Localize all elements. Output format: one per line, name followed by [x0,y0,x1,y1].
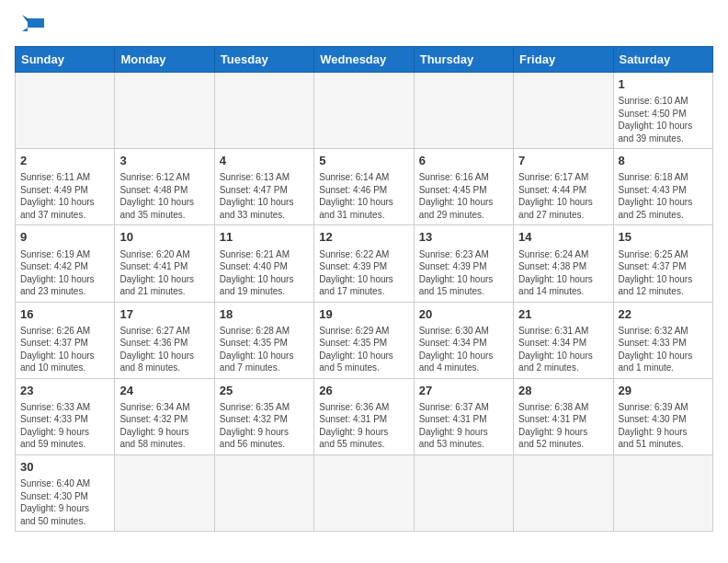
calendar-day-cell [214,454,313,531]
day-number: 29 [619,383,708,399]
calendar-day-cell: 15Sunrise: 6:25 AM Sunset: 4:37 PM Dayli… [613,225,712,302]
day-info: Sunrise: 6:39 AM Sunset: 4:30 PM Dayligh… [619,401,708,451]
day-number: 6 [419,153,508,169]
day-info: Sunrise: 6:13 AM Sunset: 4:47 PM Dayligh… [220,171,309,221]
day-info: Sunrise: 6:23 AM Sunset: 4:39 PM Dayligh… [419,248,508,298]
calendar-day-cell [613,454,712,531]
weekday-header-wednesday: Wednesday [314,47,414,73]
calendar-day-cell: 4Sunrise: 6:13 AM Sunset: 4:47 PM Daylig… [214,149,313,225]
day-info: Sunrise: 6:33 AM Sunset: 4:33 PM Dayligh… [20,401,109,451]
day-info: Sunrise: 6:32 AM Sunset: 4:33 PM Dayligh… [619,325,708,374]
calendar-week-row: 30Sunrise: 6:40 AM Sunset: 4:30 PM Dayli… [16,454,713,531]
day-info: Sunrise: 6:17 AM Sunset: 4:44 PM Dayligh… [518,171,608,221]
calendar-day-cell: 11Sunrise: 6:21 AM Sunset: 4:40 PM Dayli… [214,225,313,302]
calendar-day-cell: 2Sunrise: 6:11 AM Sunset: 4:49 PM Daylig… [16,149,115,225]
calendar-day-cell [414,73,513,149]
day-info: Sunrise: 6:18 AM Sunset: 4:43 PM Dayligh… [619,171,708,221]
day-info: Sunrise: 6:34 AM Sunset: 4:32 PM Dayligh… [119,401,209,451]
calendar-day-cell: 8Sunrise: 6:18 AM Sunset: 4:43 PM Daylig… [613,149,712,225]
calendar-day-cell: 20Sunrise: 6:30 AM Sunset: 4:34 PM Dayli… [414,302,513,378]
svg-marker-2 [22,15,28,22]
day-info: Sunrise: 6:30 AM Sunset: 4:34 PM Dayligh… [419,325,508,374]
calendar-day-cell: 23Sunrise: 6:33 AM Sunset: 4:33 PM Dayli… [16,378,115,454]
calendar-day-cell: 1Sunrise: 6:10 AM Sunset: 4:50 PM Daylig… [613,73,712,149]
day-info: Sunrise: 6:12 AM Sunset: 4:48 PM Dayligh… [119,171,209,221]
day-info: Sunrise: 6:22 AM Sunset: 4:39 PM Dayligh… [319,248,408,298]
day-number: 24 [119,383,209,399]
day-info: Sunrise: 6:25 AM Sunset: 4:37 PM Dayligh… [619,248,708,298]
calendar-table: SundayMondayTuesdayWednesdayThursdayFrid… [15,46,713,532]
weekday-header-row: SundayMondayTuesdayWednesdayThursdayFrid… [16,47,713,73]
calendar-day-cell: 12Sunrise: 6:22 AM Sunset: 4:39 PM Dayli… [314,225,414,302]
weekday-header-thursday: Thursday [414,47,513,73]
logo-icon [18,15,48,37]
day-number: 10 [119,229,209,246]
day-number: 23 [20,383,109,399]
day-info: Sunrise: 6:38 AM Sunset: 4:31 PM Dayligh… [518,401,608,451]
day-info: Sunrise: 6:26 AM Sunset: 4:37 PM Dayligh… [20,325,109,374]
calendar-day-cell: 18Sunrise: 6:28 AM Sunset: 4:35 PM Dayli… [214,302,313,378]
calendar-day-cell: 17Sunrise: 6:27 AM Sunset: 4:36 PM Dayli… [115,302,214,378]
day-info: Sunrise: 6:19 AM Sunset: 4:42 PM Dayligh… [20,248,109,298]
weekday-header-sunday: Sunday [16,47,115,73]
calendar-week-row: 16Sunrise: 6:26 AM Sunset: 4:37 PM Dayli… [16,302,713,378]
calendar-day-cell: 27Sunrise: 6:37 AM Sunset: 4:31 PM Dayli… [414,378,513,454]
calendar-day-cell: 7Sunrise: 6:17 AM Sunset: 4:44 PM Daylig… [514,149,613,225]
weekday-header-tuesday: Tuesday [214,47,313,73]
calendar-day-cell: 28Sunrise: 6:38 AM Sunset: 4:31 PM Dayli… [514,378,613,454]
calendar-day-cell [414,454,513,531]
day-number: 16 [20,306,109,323]
day-number: 1 [619,76,708,93]
calendar-day-cell: 29Sunrise: 6:39 AM Sunset: 4:30 PM Dayli… [613,378,712,454]
day-number: 2 [20,153,109,169]
day-number: 21 [518,306,608,323]
day-number: 15 [619,229,708,246]
day-number: 11 [220,229,309,246]
calendar-week-row: 23Sunrise: 6:33 AM Sunset: 4:33 PM Dayli… [16,378,713,454]
day-number: 12 [319,229,408,246]
day-number: 4 [220,153,309,169]
day-number: 9 [20,229,109,246]
calendar-day-cell [314,73,414,149]
day-info: Sunrise: 6:27 AM Sunset: 4:36 PM Dayligh… [119,325,209,374]
day-info: Sunrise: 6:14 AM Sunset: 4:46 PM Dayligh… [319,171,408,221]
day-number: 17 [119,306,209,323]
day-info: Sunrise: 6:35 AM Sunset: 4:32 PM Dayligh… [220,401,309,451]
calendar-day-cell [214,73,313,149]
calendar-day-cell: 26Sunrise: 6:36 AM Sunset: 4:31 PM Dayli… [314,378,414,454]
day-number: 20 [419,306,508,323]
calendar-day-cell: 9Sunrise: 6:19 AM Sunset: 4:42 PM Daylig… [16,225,115,302]
calendar-day-cell: 19Sunrise: 6:29 AM Sunset: 4:35 PM Dayli… [314,302,414,378]
day-info: Sunrise: 6:28 AM Sunset: 4:35 PM Dayligh… [220,325,309,374]
day-number: 19 [319,306,408,323]
calendar-day-cell [514,73,613,149]
day-info: Sunrise: 6:40 AM Sunset: 4:30 PM Dayligh… [20,477,109,527]
day-number: 30 [20,459,109,476]
day-number: 27 [419,383,508,399]
calendar-week-row: 1Sunrise: 6:10 AM Sunset: 4:50 PM Daylig… [16,73,713,149]
day-info: Sunrise: 6:37 AM Sunset: 4:31 PM Dayligh… [419,401,508,451]
day-number: 7 [518,153,608,169]
day-number: 28 [518,383,608,399]
day-info: Sunrise: 6:21 AM Sunset: 4:40 PM Dayligh… [220,248,309,298]
calendar-day-cell: 25Sunrise: 6:35 AM Sunset: 4:32 PM Dayli… [214,378,313,454]
svg-marker-0 [28,18,44,28]
day-number: 3 [119,153,209,169]
calendar-day-cell: 3Sunrise: 6:12 AM Sunset: 4:48 PM Daylig… [115,149,214,225]
calendar-week-row: 2Sunrise: 6:11 AM Sunset: 4:49 PM Daylig… [16,149,713,225]
day-info: Sunrise: 6:16 AM Sunset: 4:45 PM Dayligh… [419,171,508,221]
day-info: Sunrise: 6:10 AM Sunset: 4:50 PM Dayligh… [619,95,708,144]
day-info: Sunrise: 6:20 AM Sunset: 4:41 PM Dayligh… [119,248,209,298]
weekday-header-friday: Friday [514,47,613,73]
svg-marker-1 [22,28,28,31]
day-info: Sunrise: 6:29 AM Sunset: 4:35 PM Dayligh… [319,325,408,374]
day-number: 22 [619,306,708,323]
day-number: 14 [518,229,608,246]
day-number: 5 [319,153,408,169]
day-info: Sunrise: 6:11 AM Sunset: 4:49 PM Dayligh… [20,171,109,221]
day-number: 13 [419,229,508,246]
day-number: 18 [220,306,309,323]
day-info: Sunrise: 6:24 AM Sunset: 4:38 PM Dayligh… [518,248,608,298]
calendar-day-cell: 16Sunrise: 6:26 AM Sunset: 4:37 PM Dayli… [16,302,115,378]
calendar-day-cell [115,454,214,531]
